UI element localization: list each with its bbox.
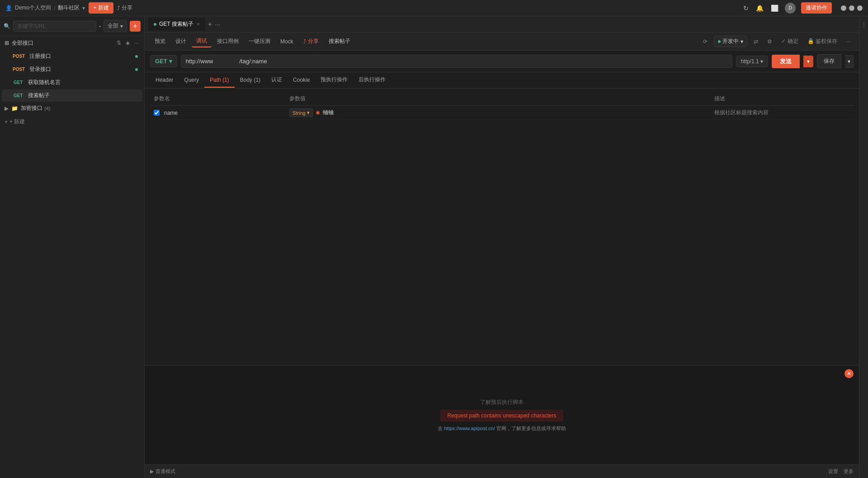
tab-search-posts[interactable]: GET 搜索帖子 ✕ bbox=[148, 18, 205, 31]
learn-script-label[interactable]: 了解预后执行脚本 bbox=[438, 398, 566, 406]
method-selector[interactable]: GET ▾ bbox=[150, 55, 177, 67]
filter-selector[interactable]: 全部 ▾ bbox=[104, 20, 127, 32]
param-tab-cookie[interactable]: Cookie bbox=[288, 73, 315, 88]
sync-icon[interactable]: ⇄ bbox=[751, 37, 761, 46]
env-selector[interactable]: 开发中 ▾ bbox=[714, 36, 747, 47]
avatar[interactable]: D bbox=[785, 3, 796, 14]
window-controls bbox=[841, 5, 863, 11]
maximize-button[interactable] bbox=[849, 5, 854, 11]
invite-button[interactable]: 邀请协作 bbox=[801, 2, 832, 14]
param-tab-path[interactable]: Path (1) bbox=[204, 73, 235, 88]
share-title-button[interactable]: ⤴ 分享 bbox=[117, 4, 132, 12]
status-dot bbox=[135, 68, 138, 71]
auth-save-button[interactable]: 🔒 鉴权保存 bbox=[805, 36, 840, 47]
url-bar: GET ▾ http/1.1 ▾ 发送 ▾ 保存 ▾ bbox=[145, 51, 859, 72]
method-badge-post: POST bbox=[11, 66, 27, 72]
send-dropdown-button[interactable]: ▾ bbox=[803, 56, 813, 67]
minimize-button[interactable] bbox=[841, 5, 846, 11]
save-dropdown-button[interactable]: ▾ bbox=[845, 55, 854, 68]
project-label[interactable]: 翻斗社区 bbox=[58, 4, 80, 12]
confirm-icon[interactable]: ✓ 确定 bbox=[778, 36, 801, 47]
url-input[interactable] bbox=[181, 55, 732, 68]
sort-icon[interactable]: ⇅ bbox=[116, 39, 122, 47]
settings-bottom-button[interactable]: 设置 bbox=[828, 468, 838, 475]
sidebar-item-register[interactable]: POST 注册接口 bbox=[2, 50, 142, 62]
method-badge-get: GET bbox=[11, 80, 25, 85]
workspace-icon: 👤 bbox=[5, 5, 12, 11]
subtab-stress[interactable]: 一键压测 bbox=[244, 36, 275, 47]
sidebar-folder-encrypted[interactable]: ▶ 📁 加密接口 (4) bbox=[0, 102, 144, 114]
share-icon: ⤴ bbox=[117, 5, 120, 11]
param-name-value: name bbox=[164, 110, 178, 116]
tab-more-button[interactable]: ··· bbox=[215, 21, 220, 28]
grid-icon: ⊞ bbox=[5, 40, 9, 46]
tab-label: GET 搜索帖子 bbox=[159, 20, 193, 28]
bell-icon[interactable]: 🔔 bbox=[755, 4, 764, 13]
new-api-bottom-button[interactable]: + + 新建 bbox=[0, 114, 144, 129]
param-type-badge[interactable]: String ▾ bbox=[289, 108, 313, 117]
sidebar-item-login[interactable]: POST 登录接口 bbox=[2, 63, 142, 75]
param-tab-query[interactable]: Query bbox=[179, 73, 204, 88]
mode-label: 普通模式 bbox=[156, 468, 175, 475]
add-api-button[interactable]: + bbox=[130, 21, 141, 32]
tab-add-button[interactable]: + bbox=[205, 20, 215, 28]
param-checkbox[interactable] bbox=[154, 110, 160, 116]
http-version-selector[interactable]: http/1.1 ▾ bbox=[736, 56, 768, 67]
more-toolbar-icon[interactable]: ··· bbox=[844, 37, 854, 46]
settings-icon[interactable]: ⚙ bbox=[764, 37, 775, 46]
bottom-bar-left: ▶ 普通模式 bbox=[150, 468, 175, 475]
error-message: Request path contains unescaped characte… bbox=[440, 410, 564, 422]
param-tab-auth[interactable]: 认证 bbox=[266, 72, 288, 88]
sidebar-item-random-quote[interactable]: GET 获取随机名言 bbox=[2, 76, 142, 89]
more-icon[interactable]: ··· bbox=[133, 39, 140, 47]
param-tab-pre-exec[interactable]: 预执行操作 bbox=[315, 72, 353, 88]
subtab-debug[interactable]: 调试 bbox=[192, 35, 212, 47]
subtab-preview[interactable]: 预览 bbox=[150, 36, 170, 47]
param-value-text: 蛐蛐 bbox=[323, 109, 334, 117]
send-button[interactable]: 发送 bbox=[772, 55, 800, 68]
help-link[interactable]: https://www.apipost.cn/ bbox=[444, 426, 495, 431]
sidebar-item-search-posts[interactable]: GET 搜索帖子 bbox=[2, 89, 142, 102]
chevron-down-icon: ▾ bbox=[741, 38, 743, 45]
response-placeholder: 了解预后执行脚本 Request path contains unescaped… bbox=[438, 398, 566, 432]
required-star: ✱ bbox=[316, 110, 320, 116]
col-header-name: 参数名 bbox=[154, 95, 289, 103]
tabs-bar: GET 搜索帖子 ✕ + ··· bbox=[145, 16, 859, 33]
bottom-bar-right: 设置 更多 bbox=[828, 468, 854, 475]
search-input[interactable] bbox=[13, 21, 96, 32]
subtab-design[interactable]: 设计 bbox=[171, 36, 191, 47]
dot-separator: • bbox=[99, 23, 101, 29]
chevron-down-icon: ▾ bbox=[82, 5, 85, 11]
type-label: String bbox=[292, 110, 306, 116]
subtab-share[interactable]: ⤴ 分享 bbox=[299, 36, 323, 47]
param-desc-cell: 根据社区标题搜索内容 bbox=[714, 109, 850, 117]
new-button[interactable]: + 新建 bbox=[89, 2, 113, 14]
api-sub-tabs: 预览 设计 调试 接口用例 一键压测 Mock ⤴ 分享 搜索帖子 bbox=[150, 35, 355, 47]
titlebar: 👤 Demo个人空间 / 翻斗社区 ▾ + 新建 ⤴ 分享 ↻ 🔔 ⬜ D 邀请… bbox=[0, 0, 868, 16]
close-button[interactable] bbox=[857, 5, 863, 11]
subtab-mock[interactable]: Mock bbox=[276, 37, 298, 47]
breadcrumb: 👤 Demo个人空间 / 翻斗社区 ▾ bbox=[5, 4, 85, 12]
refresh-icon[interactable]: ↻ bbox=[742, 4, 750, 13]
filter-icon[interactable]: ◈ bbox=[125, 39, 131, 47]
new-api-label: + 新建 bbox=[9, 118, 25, 126]
more-bottom-button[interactable]: 更多 bbox=[844, 468, 854, 475]
response-area: ✕ 了解预后执行脚本 Request path contains unescap… bbox=[145, 365, 859, 464]
param-tab-header[interactable]: Header bbox=[150, 73, 179, 88]
api-title: 搜索帖子 bbox=[324, 36, 355, 47]
auto-gen-icon[interactable]: ⟳ bbox=[700, 37, 710, 46]
chevron-right-icon: ▶ bbox=[150, 469, 154, 474]
tab-close-icon[interactable]: ✕ bbox=[196, 22, 200, 27]
param-tab-post-exec[interactable]: 后执行操作 bbox=[353, 72, 391, 88]
folder-name: 加密接口 bbox=[21, 104, 42, 112]
titlebar-right: ↻ 🔔 ⬜ D 邀请协作 bbox=[742, 2, 863, 14]
right-panel-btn-1[interactable]: ⋮ bbox=[860, 20, 868, 30]
collapse-toggle[interactable]: ▶ 普通模式 bbox=[150, 468, 175, 475]
search-icon: 🔍 bbox=[4, 23, 10, 29]
window-icon[interactable]: ⬜ bbox=[770, 4, 779, 13]
subtab-cases[interactable]: 接口用例 bbox=[212, 36, 243, 47]
plus-icon: + bbox=[5, 119, 8, 125]
param-tab-body[interactable]: Body (1) bbox=[235, 73, 266, 88]
close-response-button[interactable]: ✕ bbox=[844, 369, 854, 378]
save-button[interactable]: 保存 bbox=[817, 54, 841, 68]
